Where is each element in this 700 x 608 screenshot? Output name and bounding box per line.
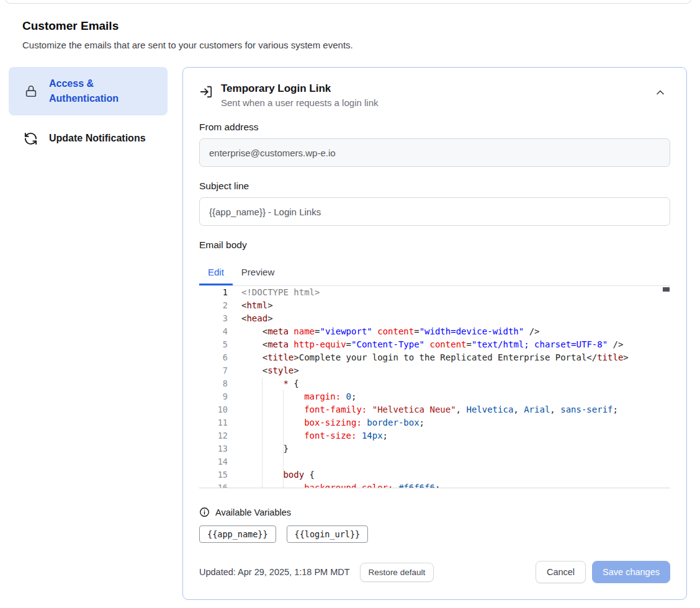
code-text: <head> xyxy=(228,312,273,325)
card-footer: Updated: Apr 29, 2025, 1:18 PM MDT Resto… xyxy=(199,561,670,583)
tab-edit[interactable]: Edit xyxy=(199,260,233,285)
card-header: Temporary Login Link Sent when a user re… xyxy=(199,83,670,108)
email-body-tabs: Edit Preview xyxy=(199,260,670,285)
variable-chip-app-name[interactable]: {{app_name}} xyxy=(199,525,276,543)
page-subtitle: Customize the emails that are sent to yo… xyxy=(22,40,678,50)
code-text xyxy=(228,455,241,468)
cancel-button[interactable]: Cancel xyxy=(536,561,586,583)
refresh-icon xyxy=(24,132,38,146)
restore-default-button[interactable]: Restore default xyxy=(360,563,434,582)
line-number: 2 xyxy=(199,299,228,312)
chevron-up-icon xyxy=(654,86,666,101)
code-line: 8 * { xyxy=(199,377,670,390)
customer-emails-page: Customer Emails Customize the emails tha… xyxy=(0,0,700,608)
email-types-sidebar: Access & Authentication Update Notificat… xyxy=(9,67,168,155)
code-line: 15 body { xyxy=(199,468,670,481)
info-icon xyxy=(199,507,210,517)
updated-timestamp: Updated: Apr 29, 2025, 1:18 PM MDT xyxy=(199,567,350,577)
code-line: 4 <meta name="viewport" content="width=d… xyxy=(199,325,670,338)
code-line: 13 } xyxy=(199,442,670,455)
code-line: 10 font-family: "Helvetica Neue", Helvet… xyxy=(199,403,670,416)
line-number: 11 xyxy=(199,416,228,429)
temporary-login-link-card: Temporary Login Link Sent when a user re… xyxy=(182,67,687,600)
subject-line-label: Subject line xyxy=(199,181,670,192)
card-title: Temporary Login Link xyxy=(221,83,378,95)
collapse-button[interactable] xyxy=(650,83,670,104)
code-text: body { xyxy=(228,468,315,481)
sidebar-item-update-notifications[interactable]: Update Notifications xyxy=(9,122,168,155)
code-line: 1<!DOCTYPE html> xyxy=(199,286,670,299)
code-text: font-size: 14px; xyxy=(228,429,388,442)
line-number: 16 xyxy=(199,481,228,488)
line-number: 9 xyxy=(199,390,228,403)
code-line: 7 <style> xyxy=(199,364,670,377)
sidebar-item-label: Update Notifications xyxy=(49,131,146,146)
indent-guide xyxy=(262,378,262,488)
code-line: 9 margin: 0; xyxy=(199,390,670,403)
previous-card-edge xyxy=(5,0,692,4)
code-text: box-sizing: border-box; xyxy=(228,416,424,429)
card-subtitle: Sent when a user requests a login link xyxy=(221,97,378,108)
line-number: 12 xyxy=(199,429,228,442)
login-icon xyxy=(199,85,213,99)
code-text: <meta name="viewport" content="width=dev… xyxy=(228,325,540,338)
code-lines: 1<!DOCTYPE html>2<html>3<head>4 <meta na… xyxy=(199,286,670,488)
variable-chip-login-url[interactable]: {{login_url}} xyxy=(287,525,369,543)
available-variables-section: Available Variables {{app_name}} {{login… xyxy=(199,507,670,543)
page-title: Customer Emails xyxy=(22,19,678,33)
line-number: 1 xyxy=(199,286,228,299)
sidebar-item-label: Access & Authentication xyxy=(49,76,158,106)
code-text: <title>Complete your login to the Replic… xyxy=(228,351,629,364)
code-line: 11 box-sizing: border-box; xyxy=(199,416,670,429)
email-body-editor[interactable]: 1<!DOCTYPE html>2<html>3<head>4 <meta na… xyxy=(199,285,670,488)
card-header-text: Temporary Login Link Sent when a user re… xyxy=(221,83,378,108)
code-text: <style> xyxy=(228,364,299,377)
code-line: 3<head> xyxy=(199,312,670,325)
editor-scrollbar-thumb[interactable] xyxy=(663,287,670,292)
lock-icon xyxy=(24,84,38,99)
line-number: 15 xyxy=(199,468,228,481)
tab-preview[interactable]: Preview xyxy=(233,260,283,285)
code-text: } xyxy=(228,442,289,455)
line-number: 3 xyxy=(199,312,228,325)
code-text: <meta http-equiv="Content-Type" content=… xyxy=(228,338,623,351)
code-line: 12 font-size: 14px; xyxy=(199,429,670,442)
line-number: 14 xyxy=(199,455,228,468)
content-area: Access & Authentication Update Notificat… xyxy=(0,50,700,600)
save-changes-button[interactable]: Save changes xyxy=(592,561,670,583)
code-line: 6 <title>Complete your login to the Repl… xyxy=(199,351,670,364)
from-address-input[interactable] xyxy=(199,138,670,167)
sidebar-item-access-authentication[interactable]: Access & Authentication xyxy=(9,67,168,115)
code-text: <!DOCTYPE html> xyxy=(228,286,320,299)
code-line: 2<html> xyxy=(199,299,670,312)
line-number: 10 xyxy=(199,403,228,416)
available-variables-label: Available Variables xyxy=(215,507,291,517)
line-number: 6 xyxy=(199,351,228,364)
code-text: * { xyxy=(228,377,299,390)
code-line: 5 <meta http-equiv="Content-Type" conten… xyxy=(199,338,670,351)
line-number: 5 xyxy=(199,338,228,351)
page-header: Customer Emails Customize the emails tha… xyxy=(0,0,700,50)
line-number: 4 xyxy=(199,325,228,338)
subject-line-input[interactable] xyxy=(199,197,670,226)
code-text: margin: 0; xyxy=(228,390,356,403)
code-line: 16 background-color: #f6f6f6; xyxy=(199,481,670,488)
line-number: 13 xyxy=(199,442,228,455)
from-address-label: From address xyxy=(199,122,670,133)
code-text: <html> xyxy=(228,299,273,312)
indent-guide xyxy=(283,390,284,488)
email-body-label: Email body xyxy=(199,239,670,251)
line-number: 8 xyxy=(199,377,228,390)
code-line: 14 xyxy=(199,455,670,468)
code-text: background-color: #f6f6f6; xyxy=(228,481,440,488)
line-number: 7 xyxy=(199,364,228,377)
code-text: font-family: "Helvetica Neue", Helvetica… xyxy=(228,403,618,416)
